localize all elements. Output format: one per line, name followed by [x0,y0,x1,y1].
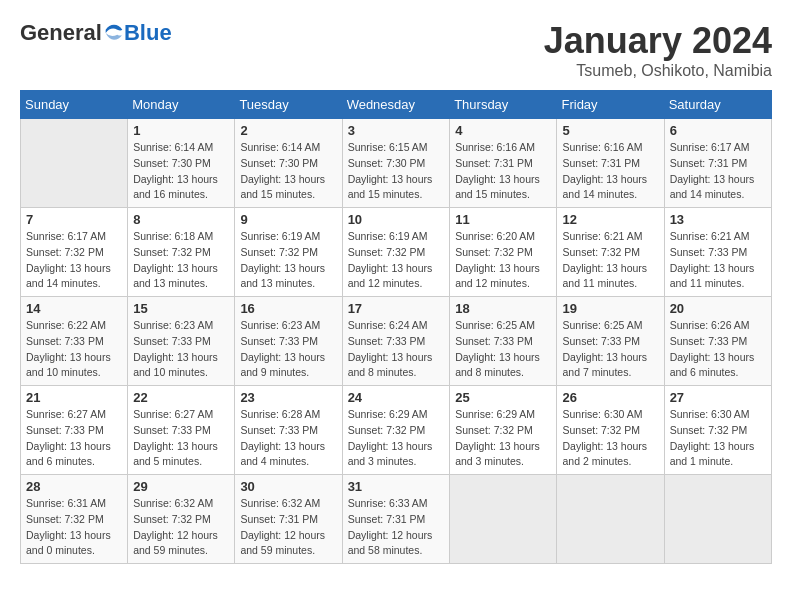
day-number: 4 [455,123,551,138]
day-cell: 7Sunrise: 6:17 AM Sunset: 7:32 PM Daylig… [21,208,128,297]
day-info: Sunrise: 6:17 AM Sunset: 7:32 PM Dayligh… [26,229,122,292]
day-number: 20 [670,301,766,316]
day-cell: 24Sunrise: 6:29 AM Sunset: 7:32 PM Dayli… [342,386,450,475]
day-number: 29 [133,479,229,494]
day-cell: 8Sunrise: 6:18 AM Sunset: 7:32 PM Daylig… [128,208,235,297]
column-header-monday: Monday [128,91,235,119]
calendar-subtitle: Tsumeb, Oshikoto, Namibia [544,62,772,80]
day-cell: 18Sunrise: 6:25 AM Sunset: 7:33 PM Dayli… [450,297,557,386]
day-cell: 5Sunrise: 6:16 AM Sunset: 7:31 PM Daylig… [557,119,664,208]
day-cell: 28Sunrise: 6:31 AM Sunset: 7:32 PM Dayli… [21,475,128,564]
day-cell [664,475,771,564]
day-cell: 9Sunrise: 6:19 AM Sunset: 7:32 PM Daylig… [235,208,342,297]
day-cell: 15Sunrise: 6:23 AM Sunset: 7:33 PM Dayli… [128,297,235,386]
day-cell: 14Sunrise: 6:22 AM Sunset: 7:33 PM Dayli… [21,297,128,386]
day-cell: 27Sunrise: 6:30 AM Sunset: 7:32 PM Dayli… [664,386,771,475]
day-info: Sunrise: 6:27 AM Sunset: 7:33 PM Dayligh… [133,407,229,470]
logo-icon [104,23,124,43]
day-cell: 29Sunrise: 6:32 AM Sunset: 7:32 PM Dayli… [128,475,235,564]
day-info: Sunrise: 6:15 AM Sunset: 7:30 PM Dayligh… [348,140,445,203]
day-cell: 2Sunrise: 6:14 AM Sunset: 7:30 PM Daylig… [235,119,342,208]
day-cell: 30Sunrise: 6:32 AM Sunset: 7:31 PM Dayli… [235,475,342,564]
day-number: 11 [455,212,551,227]
day-cell: 16Sunrise: 6:23 AM Sunset: 7:33 PM Dayli… [235,297,342,386]
day-cell: 11Sunrise: 6:20 AM Sunset: 7:32 PM Dayli… [450,208,557,297]
logo-blue: Blue [124,20,172,46]
day-info: Sunrise: 6:16 AM Sunset: 7:31 PM Dayligh… [562,140,658,203]
day-cell: 22Sunrise: 6:27 AM Sunset: 7:33 PM Dayli… [128,386,235,475]
day-number: 31 [348,479,445,494]
day-info: Sunrise: 6:33 AM Sunset: 7:31 PM Dayligh… [348,496,445,559]
day-number: 3 [348,123,445,138]
day-info: Sunrise: 6:18 AM Sunset: 7:32 PM Dayligh… [133,229,229,292]
day-info: Sunrise: 6:30 AM Sunset: 7:32 PM Dayligh… [670,407,766,470]
day-info: Sunrise: 6:27 AM Sunset: 7:33 PM Dayligh… [26,407,122,470]
day-number: 25 [455,390,551,405]
day-number: 10 [348,212,445,227]
week-row: 7Sunrise: 6:17 AM Sunset: 7:32 PM Daylig… [21,208,772,297]
day-info: Sunrise: 6:31 AM Sunset: 7:32 PM Dayligh… [26,496,122,559]
column-header-tuesday: Tuesday [235,91,342,119]
day-number: 1 [133,123,229,138]
day-cell [450,475,557,564]
day-info: Sunrise: 6:23 AM Sunset: 7:33 PM Dayligh… [240,318,336,381]
day-cell: 13Sunrise: 6:21 AM Sunset: 7:33 PM Dayli… [664,208,771,297]
day-info: Sunrise: 6:32 AM Sunset: 7:31 PM Dayligh… [240,496,336,559]
day-cell: 17Sunrise: 6:24 AM Sunset: 7:33 PM Dayli… [342,297,450,386]
day-info: Sunrise: 6:19 AM Sunset: 7:32 PM Dayligh… [240,229,336,292]
day-info: Sunrise: 6:21 AM Sunset: 7:33 PM Dayligh… [670,229,766,292]
logo: General Blue [20,20,172,46]
week-row: 21Sunrise: 6:27 AM Sunset: 7:33 PM Dayli… [21,386,772,475]
day-info: Sunrise: 6:24 AM Sunset: 7:33 PM Dayligh… [348,318,445,381]
day-number: 28 [26,479,122,494]
column-header-friday: Friday [557,91,664,119]
header-row: SundayMondayTuesdayWednesdayThursdayFrid… [21,91,772,119]
day-number: 19 [562,301,658,316]
day-cell: 10Sunrise: 6:19 AM Sunset: 7:32 PM Dayli… [342,208,450,297]
day-number: 26 [562,390,658,405]
day-number: 8 [133,212,229,227]
week-row: 28Sunrise: 6:31 AM Sunset: 7:32 PM Dayli… [21,475,772,564]
calendar-title: January 2024 [544,20,772,62]
week-row: 14Sunrise: 6:22 AM Sunset: 7:33 PM Dayli… [21,297,772,386]
day-info: Sunrise: 6:26 AM Sunset: 7:33 PM Dayligh… [670,318,766,381]
day-info: Sunrise: 6:17 AM Sunset: 7:31 PM Dayligh… [670,140,766,203]
day-cell: 12Sunrise: 6:21 AM Sunset: 7:32 PM Dayli… [557,208,664,297]
day-info: Sunrise: 6:28 AM Sunset: 7:33 PM Dayligh… [240,407,336,470]
calendar-table: SundayMondayTuesdayWednesdayThursdayFrid… [20,90,772,564]
day-number: 12 [562,212,658,227]
day-info: Sunrise: 6:29 AM Sunset: 7:32 PM Dayligh… [348,407,445,470]
day-number: 23 [240,390,336,405]
day-cell: 25Sunrise: 6:29 AM Sunset: 7:32 PM Dayli… [450,386,557,475]
day-number: 2 [240,123,336,138]
day-info: Sunrise: 6:30 AM Sunset: 7:32 PM Dayligh… [562,407,658,470]
day-number: 9 [240,212,336,227]
day-cell: 3Sunrise: 6:15 AM Sunset: 7:30 PM Daylig… [342,119,450,208]
day-cell [21,119,128,208]
day-number: 27 [670,390,766,405]
day-info: Sunrise: 6:20 AM Sunset: 7:32 PM Dayligh… [455,229,551,292]
day-cell: 26Sunrise: 6:30 AM Sunset: 7:32 PM Dayli… [557,386,664,475]
day-number: 18 [455,301,551,316]
day-cell [557,475,664,564]
day-info: Sunrise: 6:29 AM Sunset: 7:32 PM Dayligh… [455,407,551,470]
day-number: 7 [26,212,122,227]
logo-general: General [20,20,102,46]
week-row: 1Sunrise: 6:14 AM Sunset: 7:30 PM Daylig… [21,119,772,208]
day-info: Sunrise: 6:19 AM Sunset: 7:32 PM Dayligh… [348,229,445,292]
day-number: 22 [133,390,229,405]
day-number: 16 [240,301,336,316]
day-number: 5 [562,123,658,138]
day-number: 24 [348,390,445,405]
day-number: 30 [240,479,336,494]
day-info: Sunrise: 6:21 AM Sunset: 7:32 PM Dayligh… [562,229,658,292]
day-cell: 31Sunrise: 6:33 AM Sunset: 7:31 PM Dayli… [342,475,450,564]
day-info: Sunrise: 6:16 AM Sunset: 7:31 PM Dayligh… [455,140,551,203]
title-block: January 2024 Tsumeb, Oshikoto, Namibia [544,20,772,80]
day-cell: 20Sunrise: 6:26 AM Sunset: 7:33 PM Dayli… [664,297,771,386]
day-cell: 23Sunrise: 6:28 AM Sunset: 7:33 PM Dayli… [235,386,342,475]
day-number: 15 [133,301,229,316]
column-header-saturday: Saturday [664,91,771,119]
day-info: Sunrise: 6:14 AM Sunset: 7:30 PM Dayligh… [240,140,336,203]
day-info: Sunrise: 6:23 AM Sunset: 7:33 PM Dayligh… [133,318,229,381]
